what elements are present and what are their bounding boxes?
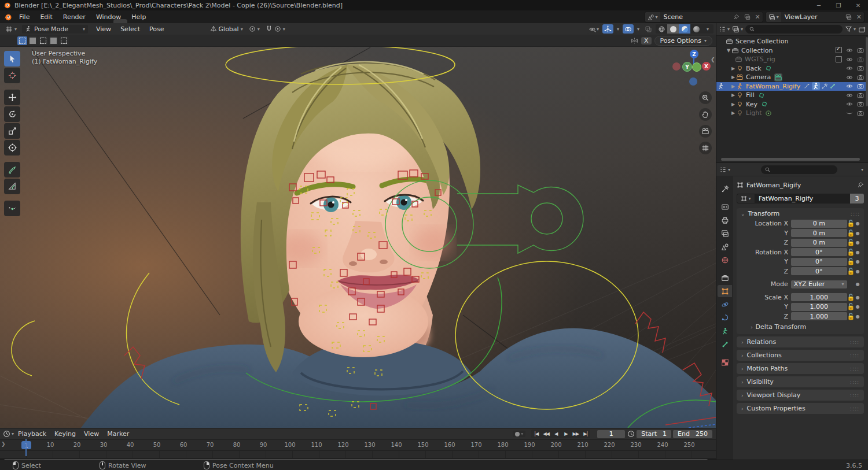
tab-render[interactable]: [718, 201, 732, 213]
animate-dot[interactable]: ●: [855, 250, 860, 255]
timeline-menu-item[interactable]: View: [80, 430, 103, 438]
outliner-row-key[interactable]: ▶ Key: [716, 100, 868, 109]
outliner-row-scene-collection[interactable]: Scene Collection: [716, 37, 868, 46]
prev-keyframe-button[interactable]: ◀◀: [541, 430, 551, 438]
snap-magnet-button[interactable]: ▾: [263, 25, 288, 33]
object-id-dropdown[interactable]: ▾: [737, 194, 755, 203]
outliner-row-wgts-rig[interactable]: WGTS_rig: [716, 55, 868, 64]
hide-eye-icon[interactable]: [846, 47, 853, 54]
gizmo-x-neg[interactable]: [672, 62, 681, 71]
gizmo-y-neg[interactable]: [692, 62, 701, 72]
scene-selector[interactable]: ▾ Scene ✕: [645, 12, 763, 23]
outliner-row-collection[interactable]: ▼ Collection: [716, 46, 868, 55]
properties-search-input[interactable]: [761, 165, 837, 174]
animate-dot[interactable]: ●: [855, 240, 860, 245]
blender-menu-icon[interactable]: [3, 13, 12, 21]
workspace-tab[interactable]: [127, 19, 141, 23]
render-camera-icon[interactable]: [857, 101, 864, 108]
render-camera-icon[interactable]: [857, 65, 864, 72]
tab-physics[interactable]: [718, 298, 732, 310]
tool-annotate[interactable]: [4, 162, 20, 177]
mirror-x-toggle[interactable]: X: [641, 37, 652, 45]
timeline-menu-item[interactable]: Playback: [14, 430, 50, 438]
delta-transform-panel[interactable]: ›Delta Transform: [737, 321, 864, 331]
frame-start-field[interactable]: Start1: [637, 430, 671, 438]
gizmos-dropdown[interactable]: ▾: [615, 24, 621, 34]
users-count-badge[interactable]: 3: [850, 194, 864, 203]
use-preview-range-icon[interactable]: [627, 430, 635, 438]
mode-dropdown[interactable]: Pose Mode▾: [22, 25, 88, 34]
tab-collection[interactable]: [718, 272, 732, 284]
select-mode-extend[interactable]: [28, 36, 38, 45]
minimize-button[interactable]: ─: [809, 2, 829, 9]
gizmo-y-axis[interactable]: Y: [682, 62, 692, 72]
animate-dot[interactable]: ●: [855, 282, 860, 287]
select-mode-set[interactable]: [17, 36, 27, 45]
current-frame-field[interactable]: 1: [597, 430, 625, 438]
new-scene-button[interactable]: [742, 14, 753, 20]
tool-scale[interactable]: [4, 123, 20, 139]
timeline-editor-type-button[interactable]: ▾: [3, 430, 14, 438]
gizmo-z-neg[interactable]: [689, 77, 697, 86]
perspective-toggle-button[interactable]: [699, 142, 712, 154]
outliner-row-back[interactable]: ▶ Back: [716, 64, 868, 73]
workspace-tab[interactable]: [211, 19, 225, 23]
gizmo-z-axis[interactable]: Z: [690, 50, 698, 58]
outliner-row-light[interactable]: ▶ Light: [716, 109, 868, 118]
workspace-tab[interactable]: [113, 19, 127, 23]
collection-checkbox[interactable]: [836, 56, 842, 62]
rotation-mode-dropdown[interactable]: XYZ Euler▾: [791, 280, 847, 288]
lock-icon[interactable]: 🔓: [847, 239, 855, 246]
timeline-channels[interactable]: [0, 451, 716, 458]
tab-bone[interactable]: [718, 338, 732, 350]
hide-eye-icon[interactable]: [846, 65, 853, 72]
maximize-button[interactable]: ❐: [829, 2, 848, 9]
render-camera-icon[interactable]: [857, 47, 864, 54]
jump-to-end-button[interactable]: ▶|: [580, 430, 590, 438]
gizmo-x-axis[interactable]: X: [702, 62, 711, 71]
tool-move[interactable]: [4, 90, 20, 105]
menu-item[interactable]: Edit: [35, 13, 57, 21]
tab-texture[interactable]: [718, 356, 732, 368]
pose-options-dropdown[interactable]: Pose Options▾: [654, 36, 712, 46]
viewport-menu-item[interactable]: View: [91, 25, 116, 34]
play-button[interactable]: ▶: [561, 430, 571, 438]
render-camera-icon[interactable]: [857, 74, 864, 81]
workspace-tab[interactable]: [155, 19, 169, 23]
render-camera-icon[interactable]: [857, 83, 864, 90]
transform-value-field[interactable]: 1.000: [791, 312, 847, 320]
pan-view-button[interactable]: [699, 108, 712, 121]
hide-eye-icon[interactable]: [846, 83, 853, 90]
outliner-hscrollbar[interactable]: [721, 158, 860, 161]
lock-icon[interactable]: 🔓: [847, 303, 855, 310]
auto-key-button[interactable]: ▾: [513, 431, 525, 437]
show-object-types-dropdown[interactable]: ▾: [587, 24, 601, 34]
outliner-display-mode[interactable]: ▾: [719, 25, 730, 33]
shading-dropdown[interactable]: ▾: [702, 24, 713, 34]
delete-viewlayer-button[interactable]: ✕: [854, 13, 864, 21]
timeline-menu-item[interactable]: Marker: [103, 430, 133, 438]
menu-item[interactable]: Render: [58, 13, 91, 21]
play-reverse-button[interactable]: ◀: [551, 430, 561, 438]
pin-id-icon[interactable]: [857, 182, 864, 188]
tool-cursor[interactable]: [4, 68, 20, 83]
render-camera-icon[interactable]: [857, 56, 864, 63]
animate-dot[interactable]: ●: [855, 269, 860, 274]
shading-material-button[interactable]: [679, 24, 690, 34]
tab-object-data[interactable]: [718, 325, 732, 337]
snap-pivot-button[interactable]: ▾: [246, 25, 263, 33]
transform-value-field[interactable]: 0°: [791, 258, 847, 266]
workspace-tab[interactable]: [169, 19, 183, 23]
collapsed-panel[interactable]: ›Relations ::::: [737, 336, 864, 347]
tab-view-layer[interactable]: [718, 227, 732, 239]
timeline-ruler[interactable]: 1020304050607080901001101201301401501601…: [0, 440, 716, 451]
collapsed-panel[interactable]: ›Visibility ::::: [737, 376, 864, 387]
tool-select-box[interactable]: [4, 51, 20, 66]
outliner-scrollbar[interactable]: [866, 37, 868, 106]
transform-value-field[interactable]: 1.000: [791, 293, 847, 301]
menu-item[interactable]: File: [14, 13, 35, 21]
viewport-render[interactable]: [0, 23, 716, 428]
workspace-tab[interactable]: [238, 19, 252, 23]
render-camera-icon[interactable]: [857, 110, 864, 117]
gizmos-toggle[interactable]: [602, 24, 613, 34]
